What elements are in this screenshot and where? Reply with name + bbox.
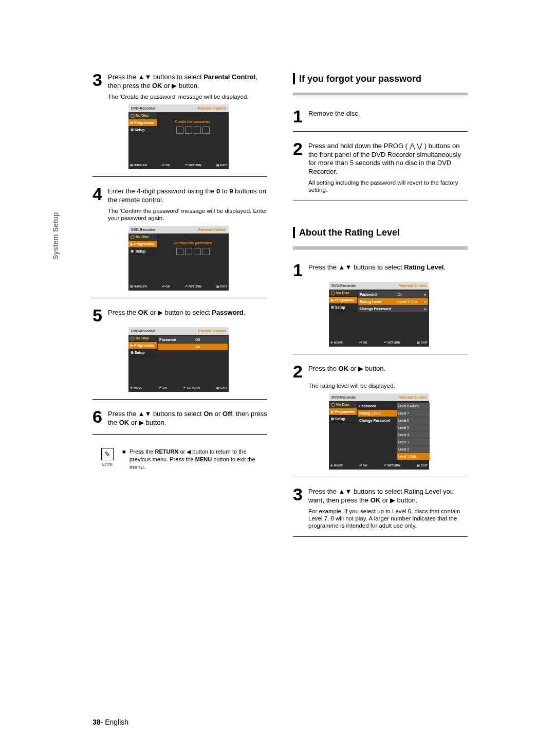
step-text: Press the ▲▼ buttons to select On or Off…: [108, 409, 267, 427]
rating-step-1: 1 Press the ▲▼ buttons to select Rating …: [293, 262, 468, 278]
bullet-icon: ■: [122, 448, 130, 456]
step-number: 3: [92, 72, 108, 90]
left-column: 3 Press the ▲▼ buttons to select Parenta…: [92, 72, 267, 546]
divider: [293, 131, 468, 132]
right-column: If you forgot your password 1 Remove the…: [293, 72, 468, 546]
step-text: Press the OK or ▶ button.: [308, 364, 385, 379]
manual-page: System Setup 3 Press the ▲▼ buttons to s…: [0, 0, 555, 756]
page-footer: 38- English: [92, 718, 128, 726]
divider: [293, 536, 468, 537]
step-number: 2: [293, 364, 308, 379]
step-number: 1: [293, 109, 308, 124]
step-4: 4 Enter the 4-digit password using the 0…: [92, 186, 267, 204]
step-number: 4: [92, 186, 108, 204]
rating-level-dropdown: Level 8 Adults Level 7 Level 6 Level 5 L…: [397, 403, 430, 460]
divider: [92, 434, 267, 435]
divider: [293, 354, 468, 354]
note-text: Press the RETURN or ◀ button to return t…: [130, 448, 267, 471]
osd-password-on-off: DVD-RecorderParental Control ◯ No Disc P…: [128, 327, 229, 392]
divider: [92, 176, 267, 177]
step-number: 2: [293, 141, 308, 176]
step-5: 5 Press the OK or ▶ button to select Pas…: [92, 308, 267, 323]
forgot-step-1: 1 Remove the disc.: [293, 109, 468, 124]
step-3-subtext: The 'Create the password' message will b…: [108, 93, 267, 100]
note-block: ✎ NOTE ■ Press the RETURN or ◀ button to…: [92, 448, 267, 471]
step-number: 3: [293, 487, 308, 505]
step-text: Remove the disc.: [308, 109, 360, 124]
step-number: 5: [92, 308, 108, 323]
step-text: Press the ▲▼ buttons to select Rating Le…: [308, 262, 446, 278]
section-heading-forgot: If you forgot your password: [293, 73, 468, 84]
rating-step-2: 2 Press the OK or ▶ button.: [293, 364, 468, 379]
rating-step-3: 3 Press the ▲▼ buttons to select Rating …: [293, 487, 468, 505]
rating-step-2-subtext: The rating level will be displayed.: [308, 382, 468, 389]
step-6: 6 Press the ▲▼ buttons to select On or O…: [92, 409, 267, 427]
step-text: Press the OK or ▶ button to select Passw…: [108, 308, 245, 323]
note-icon: ✎ NOTE: [92, 448, 122, 469]
divider: [92, 298, 267, 298]
osd-confirm-password: DVD-RecorderParental Control ◯ No Disc P…: [128, 226, 229, 291]
section-rule: [293, 246, 468, 250]
osd-rating-level: DVD-RecorderParental Control ◯ No Disc P…: [329, 282, 429, 347]
step-number: 1: [293, 262, 308, 278]
divider: [92, 399, 267, 400]
divider: [293, 477, 468, 477]
step-text: Press and hold down the PROG ( ⋀ ⋁ ) but…: [308, 141, 468, 176]
step-text: Enter the 4-digit password using the 0 t…: [108, 186, 267, 204]
section-rule: [293, 93, 468, 96]
side-tab-label: System Setup: [51, 212, 60, 260]
forgot-step-2-subtext: All setting including the password will …: [308, 179, 468, 193]
prog-up-icon: ⋀: [410, 142, 415, 150]
step-text: Press the ▲▼ buttons to select Parental …: [108, 72, 267, 90]
step-4-subtext: The 'Confirm the password' message will …: [108, 207, 267, 222]
step-text: Press the ▲▼ buttons to select Rating Le…: [308, 487, 468, 505]
rating-step-3-subtext: For example, if you select up to Level 6…: [308, 508, 468, 529]
step-3: 3 Press the ▲▼ buttons to select Parenta…: [92, 72, 267, 90]
section-heading-rating: About the Rating Level: [293, 227, 468, 238]
osd-create-password: DVD-RecorderParental Control ◯ No Disc P…: [128, 104, 229, 169]
divider: [293, 201, 468, 201]
osd-rating-dropdown: DVD-RecorderParental Control ◯ No Disc P…: [329, 393, 429, 470]
step-number: 6: [92, 409, 108, 427]
content-columns: 3 Press the ▲▼ buttons to select Parenta…: [92, 72, 475, 546]
prog-down-icon: ⋁: [417, 142, 422, 150]
forgot-step-2: 2 Press and hold down the PROG ( ⋀ ⋁ ) b…: [293, 141, 468, 176]
